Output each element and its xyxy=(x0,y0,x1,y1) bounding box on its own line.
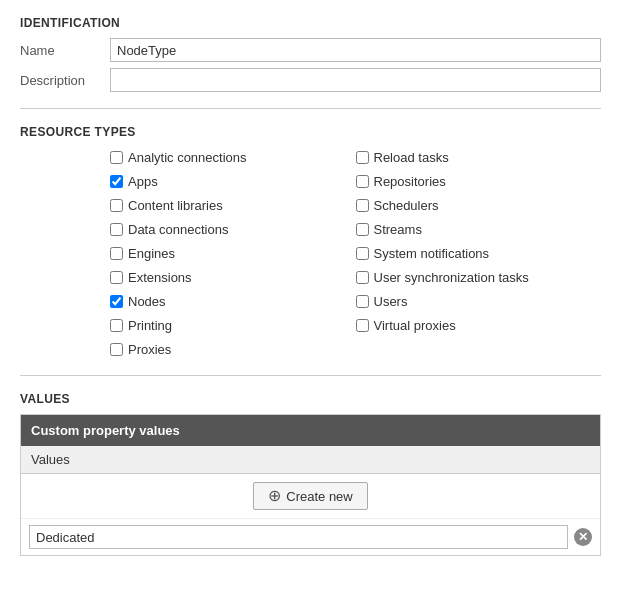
checkbox-item-nodes[interactable]: Nodes xyxy=(110,291,356,311)
checkbox-item-analytic_connections[interactable]: Analytic connections xyxy=(110,147,356,167)
checkbox-label-printing: Printing xyxy=(128,318,172,333)
checkbox-label-proxies: Proxies xyxy=(128,342,171,357)
description-input[interactable] xyxy=(110,68,601,92)
values-section: VALUES Custom property values Values ⊕ C… xyxy=(20,392,601,556)
checkbox-streams[interactable] xyxy=(356,223,369,236)
name-field-row: Name xyxy=(20,38,601,62)
checkbox-item-printing[interactable]: Printing xyxy=(110,315,356,335)
values-body: ⊕ Create new xyxy=(21,474,600,518)
values-col-header: Values xyxy=(21,446,600,474)
checkbox-label-streams: Streams xyxy=(374,222,422,237)
checkbox-virtual_proxies[interactable] xyxy=(356,319,369,332)
checkbox-apps[interactable] xyxy=(110,175,123,188)
checkbox-item-system_notifications[interactable]: System notifications xyxy=(356,243,602,263)
page-container: IDENTIFICATION Name Description RESOURCE… xyxy=(0,0,621,572)
checkbox-item-streams[interactable]: Streams xyxy=(356,219,602,239)
value-row-0: ✕ xyxy=(21,518,600,555)
divider-1 xyxy=(20,108,601,109)
resource-types-title: RESOURCE TYPES xyxy=(20,125,601,139)
checkbox-item-content_libraries[interactable]: Content libraries xyxy=(110,195,356,215)
checkbox-content_libraries[interactable] xyxy=(110,199,123,212)
checkbox-label-apps: Apps xyxy=(128,174,158,189)
checkboxes-container: Analytic connectionsAppsContent librarie… xyxy=(110,147,601,359)
checkbox-item-engines[interactable]: Engines xyxy=(110,243,356,263)
checkbox-item-reload_tasks[interactable]: Reload tasks xyxy=(356,147,602,167)
checkbox-label-system_notifications: System notifications xyxy=(374,246,490,261)
left-checkbox-column: Analytic connectionsAppsContent librarie… xyxy=(110,147,356,359)
create-new-label: Create new xyxy=(286,489,352,504)
checkbox-reload_tasks[interactable] xyxy=(356,151,369,164)
delete-icon-0: ✕ xyxy=(578,530,588,544)
description-field-row: Description xyxy=(20,68,601,92)
checkbox-label-data_connections: Data connections xyxy=(128,222,228,237)
checkbox-nodes[interactable] xyxy=(110,295,123,308)
checkbox-system_notifications[interactable] xyxy=(356,247,369,260)
checkbox-label-users: Users xyxy=(374,294,408,309)
plus-icon: ⊕ xyxy=(268,488,281,504)
checkbox-label-repositories: Repositories xyxy=(374,174,446,189)
divider-2 xyxy=(20,375,601,376)
checkbox-user_sync_tasks[interactable] xyxy=(356,271,369,284)
checkbox-item-apps[interactable]: Apps xyxy=(110,171,356,191)
right-checkbox-column: Reload tasksRepositoriesSchedulersStream… xyxy=(356,147,602,359)
checkbox-label-virtual_proxies: Virtual proxies xyxy=(374,318,456,333)
identification-title: IDENTIFICATION xyxy=(20,16,601,30)
checkbox-item-virtual_proxies[interactable]: Virtual proxies xyxy=(356,315,602,335)
resource-types-section: RESOURCE TYPES Analytic connectionsAppsC… xyxy=(20,125,601,359)
checkbox-label-content_libraries: Content libraries xyxy=(128,198,223,213)
checkbox-item-user_sync_tasks[interactable]: User synchronization tasks xyxy=(356,267,602,287)
value-input-0[interactable] xyxy=(29,525,568,549)
checkbox-item-extensions[interactable]: Extensions xyxy=(110,267,356,287)
checkbox-item-data_connections[interactable]: Data connections xyxy=(110,219,356,239)
checkbox-users[interactable] xyxy=(356,295,369,308)
checkbox-label-nodes: Nodes xyxy=(128,294,166,309)
checkbox-item-users[interactable]: Users xyxy=(356,291,602,311)
values-table: Custom property values Values ⊕ Create n… xyxy=(20,414,601,556)
checkbox-item-repositories[interactable]: Repositories xyxy=(356,171,602,191)
values-table-header: Custom property values xyxy=(21,415,600,446)
checkbox-data_connections[interactable] xyxy=(110,223,123,236)
identification-section: IDENTIFICATION Name Description xyxy=(20,16,601,92)
checkbox-label-analytic_connections: Analytic connections xyxy=(128,150,247,165)
checkbox-label-user_sync_tasks: User synchronization tasks xyxy=(374,270,529,285)
checkbox-extensions[interactable] xyxy=(110,271,123,284)
checkbox-label-extensions: Extensions xyxy=(128,270,192,285)
checkbox-label-reload_tasks: Reload tasks xyxy=(374,150,449,165)
checkbox-schedulers[interactable] xyxy=(356,199,369,212)
checkbox-label-engines: Engines xyxy=(128,246,175,261)
checkbox-engines[interactable] xyxy=(110,247,123,260)
name-input[interactable] xyxy=(110,38,601,62)
values-title: VALUES xyxy=(20,392,601,406)
description-label: Description xyxy=(20,73,110,88)
checkbox-label-schedulers: Schedulers xyxy=(374,198,439,213)
checkbox-printing[interactable] xyxy=(110,319,123,332)
checkbox-analytic_connections[interactable] xyxy=(110,151,123,164)
checkbox-item-proxies[interactable]: Proxies xyxy=(110,339,356,359)
create-new-button[interactable]: ⊕ Create new xyxy=(253,482,367,510)
checkbox-proxies[interactable] xyxy=(110,343,123,356)
checkbox-repositories[interactable] xyxy=(356,175,369,188)
delete-button-0[interactable]: ✕ xyxy=(574,528,592,546)
checkbox-item-schedulers[interactable]: Schedulers xyxy=(356,195,602,215)
name-label: Name xyxy=(20,43,110,58)
